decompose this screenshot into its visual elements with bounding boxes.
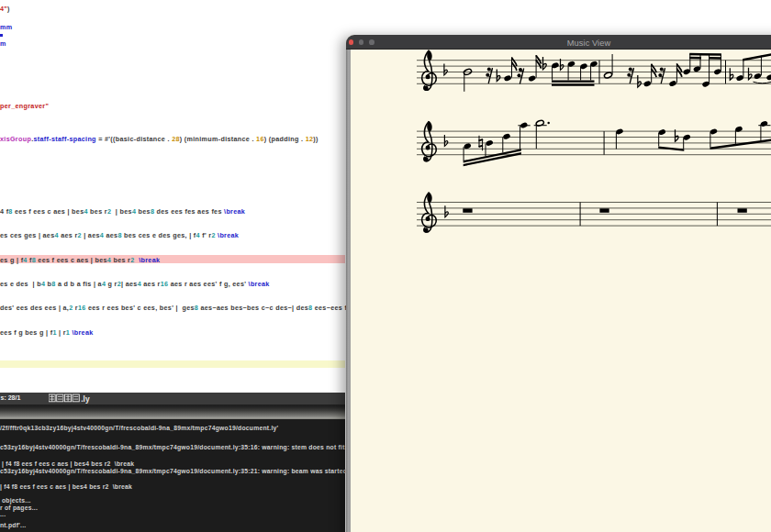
svg-text:.ly: .ly: [81, 393, 90, 403]
